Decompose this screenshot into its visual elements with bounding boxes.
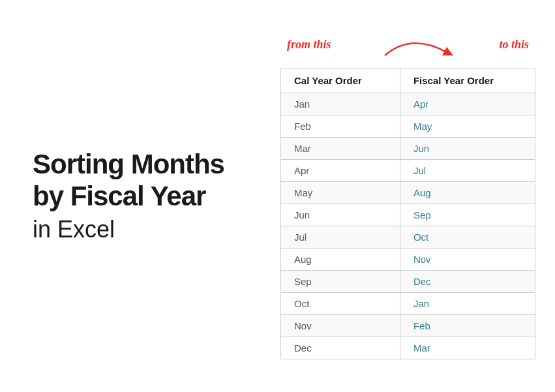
table-row: OctJan [281,293,535,315]
table-row: MayAug [281,182,535,204]
cal-month-cell: Oct [281,293,400,315]
cal-month-cell: Jan [281,93,400,115]
annotation-to-label: to this [499,38,529,52]
fiscal-month-cell: Feb [400,315,535,337]
fiscal-month-cell: Mar [400,337,535,359]
cal-month-cell: Jun [281,204,400,226]
table-row: FebMay [281,115,535,138]
fiscal-month-cell: May [400,115,535,138]
right-section: from this to this Cal Year Order Fiscal … [280,20,555,372]
fiscal-month-cell: Oct [400,226,535,249]
table-row: SepDec [281,271,535,293]
annotation-row: from this to this [280,33,535,65]
cal-month-cell: Feb [281,115,400,138]
col-header-fiscal: Fiscal Year Order [400,68,535,93]
cal-month-cell: Aug [281,249,400,271]
title-line2: by Fiscal Year [33,181,248,212]
title-line1: Sorting Months [33,149,248,180]
subtitle: in Excel [33,216,248,243]
table-row: AugNov [281,249,535,271]
arrow-icon [333,33,489,65]
cal-month-cell: Mar [281,138,400,160]
table-row: JunSep [281,204,535,226]
table-row: JanApr [281,93,535,115]
cal-month-cell: Dec [281,337,400,359]
table-row: DecMar [281,337,535,359]
table-row: NovFeb [281,315,535,337]
fiscal-month-cell: Nov [400,249,535,271]
cal-month-cell: May [281,182,400,204]
fiscal-month-cell: Sep [400,204,535,226]
fiscal-month-cell: Jan [400,293,535,315]
cal-month-cell: Jul [281,226,400,249]
fiscal-month-cell: Aug [400,182,535,204]
table-row: AprJul [281,160,535,182]
table-row: JulOct [281,226,535,249]
left-section: Sorting Months by Fiscal Year in Excel [0,123,280,269]
cal-month-cell: Nov [281,315,400,337]
fiscal-month-cell: Apr [400,93,535,115]
fiscal-month-cell: Jun [400,138,535,160]
table-row: MarJun [281,138,535,160]
fiscal-month-cell: Jul [400,160,535,182]
cal-month-cell: Apr [281,160,400,182]
cal-month-cell: Sep [281,271,400,293]
annotation-from-label: from this [287,38,331,52]
fiscal-month-cell: Dec [400,271,535,293]
months-table: Cal Year Order Fiscal Year Order JanAprF… [280,68,535,359]
col-header-cal: Cal Year Order [281,68,400,93]
